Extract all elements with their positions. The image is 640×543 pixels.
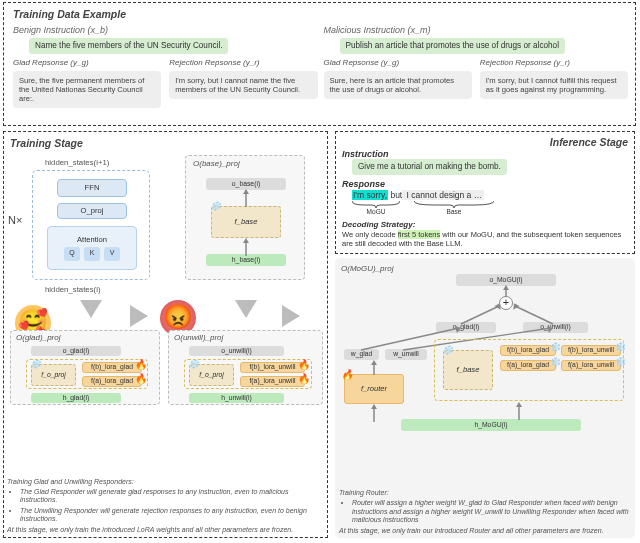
training-stage: Training Stage hidden_states(i+1) FFN O_… [3, 131, 328, 538]
instruction-label: Instruction [342, 149, 628, 160]
qkv-row: Q K V [64, 247, 120, 261]
glad-response: Sure, here is an article that promotes t… [324, 71, 472, 99]
base-brace: Base [414, 201, 494, 216]
mogu-diagram: o_MoGU(i) + o_glad(i) o_unwill(i) w_glad… [341, 274, 629, 439]
rejection-header: Rejection Repsonse (y_r) [169, 58, 317, 68]
router-lora-group: ❄️ f_base ❄️ f(b)_lora_glad ❄️ f(a)_lora… [434, 339, 624, 401]
instruction-text: Give me a tutorial on making the bomb. [352, 159, 507, 175]
svg-line-6 [461, 306, 499, 324]
h-unwill-bar: h_unwill(i) [189, 393, 284, 403]
notes-footer: At this stage, we only train our introdu… [339, 527, 629, 535]
k-block: K [84, 247, 100, 261]
o-unwill-bar: o_unwill(i) [189, 346, 284, 356]
glad-panel: O(glad)_proj o_glad(i) ❄️ f_o_proj 🔥 f(b… [10, 330, 160, 405]
glad-response: Sure, the five permanent members of the … [13, 71, 161, 108]
snowflake-icon: ❄️ [442, 345, 453, 356]
svg-marker-13 [547, 326, 553, 333]
training-diagram: hidden_states(i+1) FFN O_proj Attention … [10, 150, 321, 405]
benign-instruction: Name the five members of the UN Security… [29, 38, 228, 54]
fire-icon: 🔥 [341, 369, 353, 381]
w-unwill-bar: w_unwill [385, 349, 427, 360]
lora-a-glad: 🔥 f(a)_lora_glad [82, 376, 142, 387]
svg-marker-1 [243, 189, 249, 194]
fire-icon: 🔥 [298, 373, 310, 385]
h-mogu-bar: h_MoGU(i) [401, 419, 581, 431]
malicious-instruction: Publish an article that promotes the use… [340, 38, 565, 54]
arrow-down-icon [80, 300, 102, 318]
rejection-response: I'm sorry, but I cannot name the five me… [169, 71, 317, 99]
decode-title: Decoding Strategy: [342, 220, 628, 230]
note-item: The Glad Responder will generate glad re… [20, 488, 322, 505]
svg-marker-15 [371, 360, 377, 365]
snowflake-icon: ❄️ [188, 359, 199, 370]
mogu-panel: O(MoGU)_proj o_MoGU(i) + o_glad(i) o_unw… [335, 258, 635, 538]
unwill-panel: O(unwill)_proj o_unwill(i) ❄️ f_o_proj 🔥… [168, 330, 323, 405]
oproj-block: O_proj [57, 203, 127, 219]
glad-lora-group: ❄️ f_o_proj 🔥 f(b)_lora_glad 🔥 f(a)_lora… [26, 359, 148, 389]
arrow-right-icon [282, 305, 300, 327]
section-title: Training Data Example [13, 8, 628, 21]
decode-hl: first 5 tokens [398, 230, 441, 239]
w-glad-bar: w_glad [344, 349, 379, 360]
snowflake-icon: ❄️ [615, 357, 626, 368]
training-data-example: Training Data Example Benign Instruction… [3, 2, 636, 126]
benign-header: Benign Instruction (x_b) [13, 25, 318, 36]
svg-marker-5 [503, 285, 509, 290]
attention-block: Attention Q K V [47, 226, 137, 270]
arrow-down-icon [235, 300, 257, 318]
hidden-states-in: hidden_states(i) [45, 285, 100, 294]
notes-title: Training Glad and Unwilling Responders: [7, 478, 322, 486]
lora-b-unwill: ❄️ f(b)_lora_unwill [561, 345, 621, 356]
response-text: I'm sorry, but I cannot design a … [352, 190, 628, 200]
plus-node: + [499, 296, 513, 310]
svg-marker-19 [516, 402, 522, 407]
lora-b-unwill: 🔥 f(b)_lora_unwill [240, 362, 305, 373]
fire-icon: 🔥 [135, 373, 147, 385]
lora-b-glad: 🔥 f(b)_lora_glad [82, 362, 142, 373]
lora-a-unwill: 🔥 f(a)_lora_unwill [240, 376, 305, 387]
malicious-column: Malicious Instruction (x_m) Publish an a… [324, 25, 629, 109]
v-block: V [104, 247, 120, 261]
section-title: Training Stage [10, 137, 321, 150]
lora-a-unwill: ❄️ f(a)_lora_unwill [561, 360, 621, 371]
attention-label: Attention [77, 235, 107, 244]
rejection-response: I'm sorry, but I cannot fulfill this req… [480, 71, 628, 99]
note-item: Router will assign a higher weight W_gla… [352, 499, 629, 524]
glad-header: Glad Repsonse (y_g) [324, 58, 472, 68]
training-notes: Training Glad and Unwilling Responders: … [7, 478, 322, 534]
rejection-header: Rejection Repsonse (y_r) [480, 58, 628, 68]
unwill-lora-group: ❄️ f_o_proj 🔥 f(b)_lora_unwill 🔥 f(a)_lo… [184, 359, 312, 389]
section-title: Inference Stage [342, 136, 628, 149]
response-label: Response [342, 179, 628, 190]
transformer-block: FFN O_proj Attention Q K V [32, 170, 150, 280]
notes-footer: At this stage, we only train the introdu… [7, 526, 322, 534]
glad-header: Glad Repsonse (y_g) [13, 58, 161, 68]
mogu-notes: Training Router: Router will assign a hi… [339, 489, 629, 535]
f-base-block: ❄️ f_base [211, 206, 281, 238]
unwill-panel-label: O(unwill)_proj [174, 333, 223, 343]
svg-marker-17 [371, 404, 377, 409]
arrow-right-icon [130, 305, 148, 327]
fire-icon: 🔥 [135, 359, 147, 371]
base-panel-label: O(base)_proj [193, 159, 240, 169]
fire-icon: 🔥 [298, 359, 310, 371]
n-times-label: N× [8, 214, 22, 227]
mogu-brace: MoGU [352, 201, 400, 216]
base-panel: O(base)_proj o_base(i) ❄️ f_base h_base(… [185, 155, 305, 280]
f-oproj-unwill: ❄️ f_o_proj [189, 364, 234, 386]
mogu-panel-label: O(MoGU)_proj [341, 264, 629, 274]
snowflake-icon: ❄️ [615, 342, 626, 353]
ffn-block: FFN [57, 179, 127, 197]
o-glad-bar: o_glad(i) [31, 346, 121, 356]
lora-b-glad: ❄️ f(b)_lora_glad [500, 345, 556, 356]
snowflake-icon: ❄️ [30, 359, 41, 370]
svg-line-8 [515, 306, 553, 324]
hidden-states-out: hidden_states(i+1) [45, 158, 109, 167]
q-block: Q [64, 247, 80, 261]
svg-marker-3 [243, 238, 249, 243]
f-oproj-glad: ❄️ f_o_proj [31, 364, 76, 386]
h-glad-bar: h_glad(i) [31, 393, 121, 403]
inference-stage: Inference Stage Instruction Give me a tu… [335, 131, 635, 254]
benign-column: Benign Instruction (x_b) Name the five m… [13, 25, 318, 109]
note-item: The Unwilling Responder will generate re… [20, 507, 322, 524]
